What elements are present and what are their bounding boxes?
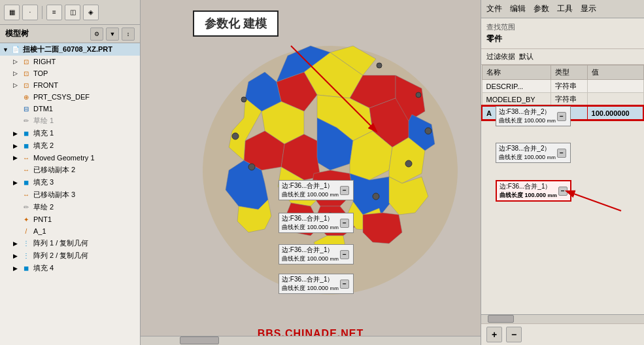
right-h-scrollbar[interactable] [481,314,644,323]
tree-item-pnt1[interactable]: ✦ PNT1 [0,213,140,225]
c4-line1: 边:F36...合并_1） [500,182,557,191]
remove-param-button[interactable]: − [506,327,522,342]
right-label: RIGHT [33,58,56,65]
annotation-box: 参数化 建模 [193,10,279,37]
tree-header-label: 模型树 [5,28,29,39]
arrow: ▶ [13,240,21,247]
c7-line1: 边:F36...合并_1） [282,275,339,284]
tree-item-prt-csys[interactable]: ⊕ PRT_CSYS_DEF [0,91,140,103]
pnt1-icon: ✦ [21,215,31,224]
tree-item-array1[interactable]: ▶ ⋮ 阵列 1 / 复制几何 [0,237,140,249]
c5-minus-btn[interactable]: − [340,219,349,228]
tree-body: ▼ 📄 扭棱十二面_60708_XZ.PRT ▷ ⊡ RIGHT ▷ ⊡ TOP [0,43,140,345]
c7-minus-btn[interactable]: − [340,280,349,289]
cell-value: 100.000000 [587,106,643,120]
cell-value [587,80,643,93]
tree-item-fill3[interactable]: ▶ ◼ 填充 3 [0,176,140,189]
filter-label: 过滤依据 [486,52,515,62]
c2-line2: 曲线长度 100.000 mm [499,153,556,162]
constraint-c6-lines: 边:F36...合并_1） 曲线长度 100.000 mm [282,245,339,263]
center-area: 参数化 建模 [141,0,481,345]
left-panel: ▦ · ≡ ◫ ◈ 模型树 ⚙ ▼ ↕ ▼ 📄 扭棱十二面_60708_XZ.P… [0,0,141,345]
cell-name: MODELED_BY [482,93,551,107]
tree-item-moved-copy2[interactable]: ↔ 已移动副本 2 [0,164,140,176]
arrow: ▷ [13,82,21,88]
col-name: 名称 [482,65,551,80]
c4-minus-btn[interactable]: − [558,187,568,196]
arrow: ▶ [13,130,21,137]
root-label: 扭棱十二面_60708_XZ.PRT [23,45,112,54]
tree-item-right[interactable]: ▷ ⊡ RIGHT [0,56,140,67]
toolbar-btn-4[interactable]: ◫ [65,5,80,20]
sketch2-label: 草绘 2 [33,202,54,212]
menu-file[interactable]: 文件 [486,3,502,14]
array1-label: 阵列 1 / 复制几何 [33,238,88,248]
arrow: ▶ [13,265,21,272]
constraint-c7-lines: 边:F36...合并_1） 曲线长度 100.000 mm [282,275,339,293]
toolbar-btn-5[interactable]: ◈ [83,5,99,20]
moved-geo1-icon: ↔ [21,153,31,162]
tree-item-fill2[interactable]: ▶ ◼ 填充 2 [0,139,140,152]
add-param-button[interactable]: + [486,327,502,342]
tree-item-top[interactable]: ▷ ⊡ TOP [0,67,140,79]
svg-point-36 [425,128,432,134]
toolbar-btn-3[interactable]: ≡ [46,5,62,20]
tree-item-moved-geo1[interactable]: ▶ ↔ Moved Geometry 1 [0,152,140,164]
c5-line1: 边:F36...合并_1） [282,214,339,223]
search-value: 零件 [486,33,639,45]
toolbar-separator [42,6,42,19]
tree-item-array2[interactable]: ▶ ⋮ 阵列 2 / 复制几何 [0,249,140,262]
fill3-icon: ◼ [21,178,31,187]
constraint-c3-lines: 边:F36...合并_1） 曲线长度 100.000 mm [282,181,339,199]
filter-value: 默认 [519,52,534,62]
constraint-c3-left: 边:F36...合并_1） 曲线长度 100.000 mm − [279,180,354,200]
menu-display[interactable]: 显示 [581,3,596,14]
search-section: 查找范围 零件 [481,18,644,49]
moved-copy2-label: 已移动副本 2 [33,165,75,175]
h-scrollbar-thumb[interactable] [180,336,219,344]
c4-line2: 曲线长度 100.000 mm [500,191,557,200]
tree-root-item[interactable]: ▼ 📄 扭棱十二面_60708_XZ.PRT [0,43,140,56]
tree-item-sketch2[interactable]: ✏ 草绘 2 [0,201,140,213]
toolbar-btn-2[interactable]: · [22,5,38,20]
tree-filter-btn[interactable]: ▼ [106,27,119,41]
tree-item-fill4[interactable]: ▶ ◼ 填充 4 [0,262,140,274]
tree-expand-btn[interactable]: ↕ [122,27,135,41]
tree-item-front[interactable]: ▷ ⊡ FRONT [0,79,140,91]
c1-minus-btn[interactable]: − [557,112,566,121]
tree-settings-btn[interactable]: ⚙ [90,27,103,41]
table-header: 名称 类型 值 [482,65,643,80]
toolbar: ▦ · ≡ ◫ ◈ [0,0,140,25]
tree-item-dtm1[interactable]: ⊟ DTM1 [0,103,140,115]
svg-point-35 [248,164,255,170]
cell-type: 字符串 [551,80,587,93]
menu-tools[interactable]: 工具 [557,3,573,14]
tree-item-sketch1[interactable]: ✏ 草绘 1 [0,115,140,127]
table-row[interactable]: MODELED_BY 字符串 [482,93,643,107]
constraint-c5-lines: 边:F36...合并_1） 曲线长度 100.000 mm [282,214,339,232]
c3-line1: 边:F36...合并_1） [282,181,339,191]
menu-params[interactable]: 参数 [534,3,549,14]
c6-minus-btn[interactable]: − [340,250,349,259]
toolbar-btn-1[interactable]: ▦ [4,5,20,20]
svg-point-40 [377,63,382,68]
h-scrollbar[interactable] [141,336,481,345]
c3-minus-btn[interactable]: − [340,186,349,195]
arrow: ▶ [13,143,21,149]
fill1-icon: ◼ [21,129,31,138]
right-scrollbar-thumb[interactable] [488,315,514,323]
annotation-text: 参数化 建模 [205,17,267,30]
arrow: ▶ [13,253,21,259]
fill1-label: 填充 1 [33,128,54,138]
arrow: ▷ [13,70,21,77]
table-row[interactable]: DESCRIP... 字符串 [482,80,643,93]
constraint-c7-left: 边:F36...合并_1） 曲线长度 100.000 mm − [279,274,354,294]
a1-icon: / [21,227,31,236]
c3-line2: 曲线长度 100.000 mm [282,191,339,199]
tree-item-moved-copy3[interactable]: ↔ 已移动副本 3 [0,189,140,201]
tree-item-fill1[interactable]: ▶ ◼ 填充 1 [0,127,140,139]
menu-edit[interactable]: 编辑 [510,3,526,14]
tree-item-a1[interactable]: / A_1 [0,225,140,237]
c2-minus-btn[interactable]: − [557,149,566,158]
constraint-c2-top: 边:F38...合并_2） 曲线长度 100.000 mm − [496,143,571,163]
